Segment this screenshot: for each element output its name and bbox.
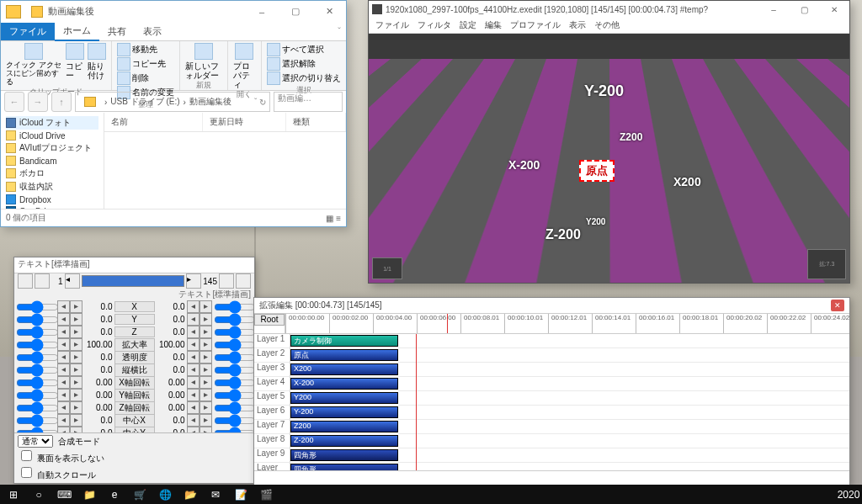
spin-up[interactable]: ▸	[70, 363, 82, 376]
tree-item[interactable]: 収益内訳	[6, 180, 98, 194]
layer-track[interactable]: Z200	[290, 420, 849, 433]
file-list[interactable]: 名前 更新日時 種類	[104, 113, 346, 209]
spin-down[interactable]: ◂	[187, 414, 200, 427]
value-left[interactable]: 0.0	[82, 327, 114, 337]
nav-tree[interactable]: iCloud フォトiCloud DriveAVIutlプロジェクトBandic…	[1, 113, 104, 209]
spin-up[interactable]: ▸	[70, 414, 82, 427]
value-left[interactable]: 0.00	[82, 390, 114, 400]
taskbar-item[interactable]: 📝	[232, 486, 249, 503]
spin-up[interactable]: ▸	[70, 401, 82, 414]
timeline-object[interactable]: X-200	[290, 378, 398, 390]
spin-down[interactable]: ◂	[187, 389, 200, 401]
taskbar-item[interactable]: 📁	[81, 486, 98, 503]
spin-down[interactable]: ◂	[57, 389, 70, 401]
layer-track[interactable]: カメラ制御	[290, 334, 849, 347]
ribbon-tab-home[interactable]: ホーム	[55, 22, 99, 41]
tree-item[interactable]: ボカロ	[6, 167, 98, 180]
taskbar-item[interactable]: ⊞	[5, 486, 22, 503]
timeline-object[interactable]: 原点	[290, 349, 398, 361]
ruler-ticks[interactable]: 00:00:00.0000:00:02.0000:00:04.0000:00:0…	[285, 314, 849, 334]
spin-up[interactable]: ▸	[200, 351, 212, 363]
close-button[interactable]: ✕	[819, 1, 849, 18]
timeline-object[interactable]: Z200	[290, 421, 398, 432]
taskbar-item[interactable]: 🎬	[258, 486, 274, 503]
menu-item[interactable]: 表示	[569, 19, 586, 31]
menu-item[interactable]: その他	[594, 19, 620, 31]
tree-item[interactable]: Dropbox	[6, 194, 98, 205]
layer-row[interactable]: Layer 7Z200	[254, 420, 849, 434]
prev-frame-button[interactable]: ◂	[65, 273, 80, 289]
value-right[interactable]: 0.00	[155, 403, 187, 412]
spin-up[interactable]: ▸	[70, 351, 82, 363]
value-left[interactable]: 0.0	[82, 315, 114, 324]
layer-track[interactable]: Y200	[290, 391, 849, 405]
spin-down[interactable]: ◂	[57, 300, 70, 313]
param-label[interactable]: 透明度	[114, 351, 155, 364]
spin-down[interactable]: ◂	[57, 338, 70, 351]
spin-down[interactable]: ◂	[57, 376, 70, 389]
taskbar-item[interactable]: e	[106, 486, 123, 503]
timeline-rows[interactable]: Layer 1カメラ制御Layer 2原点Layer 3X200Layer 4X…	[254, 334, 849, 470]
layer-row[interactable]: Layer 2原点	[254, 348, 849, 363]
layer-track[interactable]: Y-200	[290, 406, 849, 419]
copy-to-button[interactable]: コピー先	[117, 57, 166, 71]
value-left[interactable]: 100.00	[82, 340, 114, 349]
spin-up[interactable]: ▸	[70, 427, 82, 432]
spin-down[interactable]: ◂	[187, 313, 200, 326]
taskbar-item[interactable]: ⌨	[56, 486, 72, 503]
spin-up[interactable]: ▸	[200, 326, 212, 338]
ribbon-tab-share[interactable]: 共有	[99, 23, 135, 40]
layer-label[interactable]: Layer 3	[254, 363, 290, 376]
layer-label[interactable]: Layer 2	[254, 348, 290, 362]
spin-down[interactable]: ◂	[57, 363, 70, 376]
param-label[interactable]: 中心Y	[114, 427, 155, 433]
move-to-button[interactable]: 移動先	[117, 43, 157, 56]
clock[interactable]: 2020	[840, 486, 857, 503]
value-left[interactable]: 0.0	[82, 302, 114, 311]
tree-item[interactable]: iCloud フォト	[6, 116, 98, 130]
spin-up[interactable]: ▸	[200, 389, 212, 401]
value-right[interactable]: 0.0	[155, 327, 187, 337]
param-label[interactable]: Z軸回転	[114, 401, 155, 415]
maximize-button[interactable]: ▢	[789, 1, 819, 18]
taskbar[interactable]: ⊞○⌨📁e🛒🌐📂✉📝🎬2020	[0, 485, 862, 504]
ribbon-tab-view[interactable]: 表示	[135, 23, 170, 40]
value-right[interactable]: 0.0	[155, 365, 187, 374]
spin-down[interactable]: ◂	[57, 401, 70, 414]
layer-track[interactable]: 四角形	[290, 463, 849, 470]
taskbar-item[interactable]: 🌐	[157, 486, 173, 503]
spin-up[interactable]: ▸	[70, 376, 82, 389]
param-label[interactable]: Z	[114, 326, 155, 337]
value-right[interactable]: 0.00	[155, 378, 187, 387]
layer-label[interactable]: Layer 10	[254, 463, 290, 470]
param-label[interactable]: 拡大率	[114, 338, 155, 352]
delete-button[interactable]: 削除	[117, 72, 149, 85]
root-button[interactable]: Root	[254, 314, 285, 326]
up-button[interactable]: ↑	[51, 92, 72, 112]
layer-row[interactable]: Layer 1カメラ制御	[254, 334, 849, 348]
spin-down[interactable]: ◂	[57, 313, 70, 326]
layer-track[interactable]: 四角形	[290, 448, 849, 462]
spin-down[interactable]: ◂	[187, 363, 200, 376]
spin-down[interactable]: ◂	[57, 326, 70, 338]
menu-item[interactable]: プロファイル	[510, 19, 561, 31]
copy-button[interactable]: コピー	[66, 43, 84, 80]
tree-item[interactable]: iCloud Drive	[6, 130, 98, 141]
preview-viewport[interactable]: Y-200 X-200 X200 Z200 Z-200 Y200 原点 1/1 …	[369, 34, 849, 283]
close-button[interactable]: ✕	[312, 3, 346, 21]
timeline-object[interactable]: カメラ制御	[290, 335, 398, 347]
playhead[interactable]	[416, 334, 417, 470]
frame-scrubber[interactable]	[82, 275, 185, 287]
spin-up[interactable]: ▸	[200, 313, 212, 326]
layer-label[interactable]: Layer 4	[254, 377, 290, 390]
spin-up[interactable]: ▸	[70, 389, 82, 401]
tool-button[interactable]	[18, 273, 33, 289]
select-all-button[interactable]: すべて選択	[267, 43, 324, 56]
timeline-object[interactable]: 四角形	[290, 464, 398, 470]
menu-item[interactable]: フィルタ	[418, 19, 451, 31]
column-headers[interactable]: 名前 更新日時 種類	[104, 113, 346, 132]
paste-button[interactable]: 貼り付け	[88, 43, 106, 80]
spin-up[interactable]: ▸	[200, 338, 212, 351]
spin-up[interactable]: ▸	[200, 300, 212, 313]
back-button[interactable]: ←	[4, 92, 24, 112]
